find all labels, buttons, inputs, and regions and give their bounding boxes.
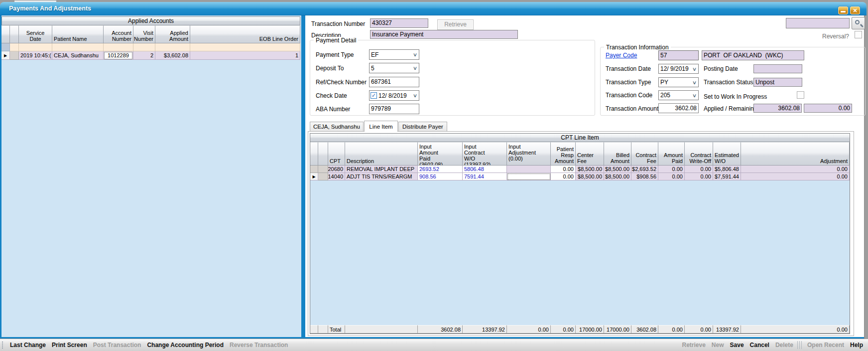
column-header-billed-amount[interactable]: Billed Amount [604,142,631,166]
cpt-cell[interactable]: 20680 [328,166,345,173]
row-selector-cell[interactable] [10,51,19,60]
amount-paid-cell[interactable]: 0.00 [658,166,685,173]
row-selector-cell[interactable] [318,173,328,180]
tab-patient[interactable]: CEJA, Sudhanshu [310,122,364,132]
column-header-input-amount-paid[interactable]: Input Amount Paid (3602.08) [418,142,463,166]
center-fee-cell[interactable]: $8,500.00 [576,166,604,173]
transaction-number-input[interactable]: 430327 [370,18,428,28]
reverse-transaction-button[interactable]: Reverse Transaction [227,342,291,349]
input-amount-paid-cell[interactable]: 908.56 [418,173,463,180]
filter-cell[interactable] [19,43,52,51]
visit-number-cell[interactable]: 2 [133,51,155,60]
input-amount-paid-cell[interactable]: 2693.52 [418,166,463,173]
work-in-progress-checkbox[interactable] [797,91,804,99]
estimated-wo-cell[interactable]: $5,806.48 [713,166,741,173]
center-fee-cell[interactable]: $8,500.00 [576,173,604,180]
service-date-cell[interactable]: 2019 10:45:( [19,51,52,60]
column-header-adjustment[interactable]: Adjustment [741,142,850,166]
payer-code-input[interactable]: 57 [658,50,699,60]
deposit-to-select[interactable]: 5 ∨ [369,63,419,73]
cpt-cell[interactable]: 14040 [328,173,345,180]
minimize-button[interactable] [838,6,848,14]
filter-cell[interactable] [133,43,155,51]
column-header-patient-resp-amount[interactable]: Patient Resp Amount [551,142,576,166]
delete-button[interactable]: Delete [772,342,796,349]
filter-cell[interactable] [104,43,133,51]
description-cell[interactable]: ADJT TIS TRNS/REARGM [345,173,418,180]
patient-name-cell[interactable]: CEJA, Sudhanshu [52,51,104,60]
tab-distribute-payer[interactable]: Distribute Payer [398,122,447,132]
column-header-estimated-wo[interactable]: Estimated W/O [713,142,741,166]
column-header-contract-write-off[interactable]: Contract Write-Off [685,142,713,166]
filter-cell[interactable] [10,43,19,51]
account-number-cell[interactable]: 1012289 [104,51,133,60]
input-contract-wo-cell[interactable]: 5806.48 [463,166,507,173]
search-input[interactable] [786,18,850,28]
retrieve-button[interactable]: Retrieve [679,342,708,349]
column-header-applied-amount[interactable]: Applied Amount [155,25,190,43]
ref-check-number-input[interactable]: 687361 [369,77,419,87]
cpt-row-2-selected[interactable]: ▶ 14040 ADJT TIS TRNS/REARGM 908.56 7591… [310,173,850,180]
column-header-cpt[interactable]: CPT [328,142,345,166]
open-recent-button[interactable]: Open Recent [804,342,847,349]
billed-amount-cell[interactable]: $8,500.00 [604,166,631,173]
column-header-visit-number[interactable]: Visit Number [133,25,155,43]
payment-type-select[interactable]: EF ∨ [369,49,419,60]
contract-fee-cell[interactable]: $2,693.52 [631,166,658,173]
input-adjustment-cell-focused[interactable] [507,173,551,180]
applied-amount-cell[interactable]: $3,602.08 [155,51,190,60]
change-accounting-period-button[interactable]: Change Accounting Period [144,342,227,349]
applied-accounts-data-row[interactable]: ▶ 2019 10:45:( CEJA, Sudhanshu 1012289 2… [1,51,300,60]
last-change-button[interactable]: Last Change [7,342,49,349]
patient-resp-cell[interactable]: 0.00 [551,166,576,173]
check-date-checkbox[interactable]: ✓ [371,92,377,99]
column-header-contract-fee[interactable]: Contract Fee [631,142,658,166]
transaction-code-select[interactable]: 205 ∨ [658,90,699,100]
column-header-patient-name[interactable]: Patient Name [52,25,104,43]
aba-number-input[interactable]: 979789 [369,104,419,114]
patient-resp-cell[interactable]: 0.00 [551,173,576,180]
adjustment-cell[interactable]: 0.00 [741,173,850,180]
cancel-button[interactable]: Cancel [747,342,772,349]
contract-write-off-cell[interactable]: 0.00 [685,166,713,173]
filter-cell[interactable] [52,43,104,51]
filter-cell[interactable] [155,43,190,51]
column-header-input-contract-wo[interactable]: Input Contract W/O (13397.92) [463,142,507,166]
row-selector-cell[interactable] [318,166,328,173]
transaction-date-picker[interactable]: 12/ 9/2019 ∨ [658,64,699,74]
input-adjustment-cell[interactable] [507,166,551,173]
payer-code-link[interactable]: Payer Code [606,52,637,59]
print-screen-button[interactable]: Print Screen [49,342,90,349]
cpt-row-1[interactable]: 20680 REMOVAL IMPLANT DEEP 2693.52 5806.… [310,166,850,173]
filter-cell[interactable] [190,43,300,51]
transaction-amount-input[interactable]: 3602.08 [658,103,699,113]
save-button[interactable]: Save [727,342,747,349]
adjustment-cell[interactable]: 0.00 [741,166,850,173]
description-cell[interactable]: REMOVAL IMPLANT DEEP [345,166,418,173]
amount-paid-cell[interactable]: 0.00 [658,173,685,180]
column-header-description[interactable]: Description [345,142,418,166]
column-header-center-fee[interactable]: Center Fee [576,142,604,166]
tab-line-item[interactable]: Line Item [364,121,398,132]
help-button[interactable]: Help [847,342,866,349]
retrieve-transaction-button[interactable]: Retrieve [437,19,474,30]
column-header-service-date[interactable]: Service Date [19,25,52,43]
search-button[interactable] [852,17,865,29]
column-header-account-number[interactable]: Account Number [104,25,133,43]
transaction-type-select[interactable]: PY ∨ [658,77,699,87]
estimated-wo-cell[interactable]: $7,591.44 [713,173,741,180]
reversal-checkbox[interactable] [855,31,862,38]
eob-line-order-cell[interactable]: 1 [190,51,300,60]
check-date-picker[interactable]: ✓ 12/ 8/2019 ∨ [369,90,419,101]
input-contract-wo-cell[interactable]: 7591.44 [463,173,507,180]
post-transaction-button[interactable]: Post Transaction [90,342,144,349]
billed-amount-cell[interactable]: $8,500.00 [604,173,631,180]
contract-fee-cell[interactable]: $908.56 [631,173,658,180]
new-button[interactable]: New [709,342,727,349]
description-input[interactable]: Insurance Payment [370,30,518,39]
column-header-amount-paid[interactable]: Amount Paid [658,142,685,166]
contract-write-off-cell[interactable]: 0.00 [685,173,713,180]
close-button[interactable]: ✕ [850,6,860,14]
column-header-input-adjustment[interactable]: Input Adjustment (0.00) [507,142,551,166]
column-header-eob-line-order[interactable]: EOB Line Order [190,25,300,43]
